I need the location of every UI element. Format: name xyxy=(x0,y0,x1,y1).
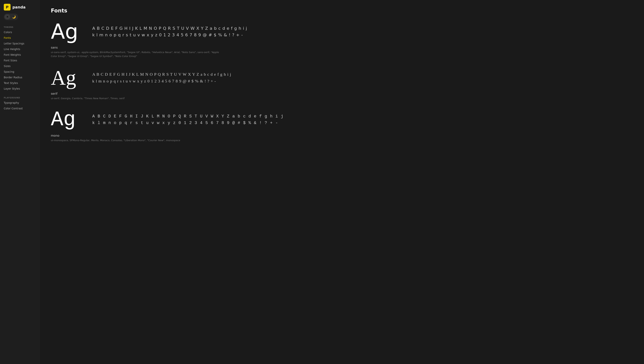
light-mode-button[interactable]: ☀ xyxy=(5,14,10,20)
font-preview-serif: Ag A B C D E F G H I J K L M N O P Q R S… xyxy=(51,68,633,88)
font-stack-mono: ui-monospace, SFMono-Regular, Menlo, Mon… xyxy=(51,138,220,142)
char-row-mono-upper: A B C D E F G H I J K L M N O P Q R S T … xyxy=(92,114,283,119)
sidebar-item-fonts[interactable]: Fonts xyxy=(0,35,39,41)
sidebar-item-colors[interactable]: Colors xyxy=(0,29,39,35)
sidebar-item-sizes[interactable]: Sizes xyxy=(0,63,39,69)
logo-text: panda xyxy=(13,5,26,10)
font-card-mono: Ag A B C D E F G H I J K L M N O P Q R S… xyxy=(51,109,633,142)
font-chars-mono: A B C D E F G H I J K L M N O P Q R S T … xyxy=(92,114,283,125)
font-preview-sans: Ag A B C D E F G H I J K L M N O P Q R S… xyxy=(51,21,633,42)
font-big-sans: Ag xyxy=(51,21,85,42)
sidebar-item-line-heights[interactable]: Line Heights xyxy=(0,46,39,52)
font-card-sans: Ag A B C D E F G H I J K L M N O P Q R S… xyxy=(51,21,633,58)
font-name-sans: sans xyxy=(51,46,633,49)
sidebar-item-layer-styles[interactable]: Layer Styles xyxy=(0,86,39,92)
char-row-serif-lower: k l m n o p q r s t u v w x y z 0 1 2 3 … xyxy=(92,79,231,84)
theme-toggle[interactable]: ☀ 🌙 xyxy=(4,14,18,20)
char-row-serif-upper: A B C D E F G H I J K L M N O P Q R S T … xyxy=(92,72,231,77)
sidebar-item-border-radius[interactable]: Border Radius xyxy=(0,74,39,80)
sun-icon: ☀ xyxy=(6,15,9,19)
char-row-mono-lower: k l m n o p q r s t u v w x y z 0 1 2 3 … xyxy=(92,121,283,125)
sidebar-item-font-weights[interactable]: Font Weights xyxy=(0,52,39,58)
sidebar-item-spacing[interactable]: Spacing xyxy=(0,69,39,74)
font-big-serif: Ag xyxy=(51,68,85,88)
font-preview-mono: Ag A B C D E F G H I J K L M N O P Q R S… xyxy=(51,109,633,130)
logo-area: P panda xyxy=(0,0,39,14)
tokens-section-label: TOKENS xyxy=(0,24,39,29)
font-chars-serif: A B C D E F G H I J K L M N O P Q R S T … xyxy=(92,72,231,84)
sidebar-item-letter-spacings[interactable]: Letter Spacings xyxy=(0,41,39,46)
sidebar-item-color-contrast[interactable]: Color Contrast xyxy=(0,106,39,111)
font-name-serif: serif xyxy=(51,92,633,96)
page-title: Fonts xyxy=(51,8,633,14)
logo-icon: P xyxy=(4,4,11,10)
char-row-sans-upper: A B C D E F G H I J K L M N O P Q R S T … xyxy=(92,26,247,31)
sidebar: P panda ☀ 🌙 TOKENS Colors Fonts Letter S… xyxy=(0,0,40,364)
moon-icon: 🌙 xyxy=(12,15,16,19)
dark-mode-button[interactable]: 🌙 xyxy=(11,14,17,20)
font-stack-sans: ui-sans-serif, system-ui, -apple-system,… xyxy=(51,50,220,58)
font-chars-sans: A B C D E F G H I J K L M N O P Q R S T … xyxy=(92,26,247,37)
sidebar-item-font-sizes[interactable]: Font Sizes xyxy=(0,58,39,63)
sidebar-item-typography[interactable]: Typography xyxy=(0,100,39,106)
font-stack-serif: ui-serif, Georgia, Cambria, "Times New R… xyxy=(51,96,220,100)
char-row-sans-lower: k l m n o p q r s t u v w x y z 0 1 2 3 … xyxy=(92,32,247,37)
playground-section-label: PLAYGROUND xyxy=(0,94,39,100)
main-content: Fonts Ag A B C D E F G H I J K L M N O P… xyxy=(40,0,644,364)
font-card-serif: Ag A B C D E F G H I J K L M N O P Q R S… xyxy=(51,68,633,100)
font-big-mono: Ag xyxy=(51,109,85,130)
sidebar-item-text-styles[interactable]: Text Styles xyxy=(0,80,39,86)
font-name-mono: mono xyxy=(51,134,633,138)
